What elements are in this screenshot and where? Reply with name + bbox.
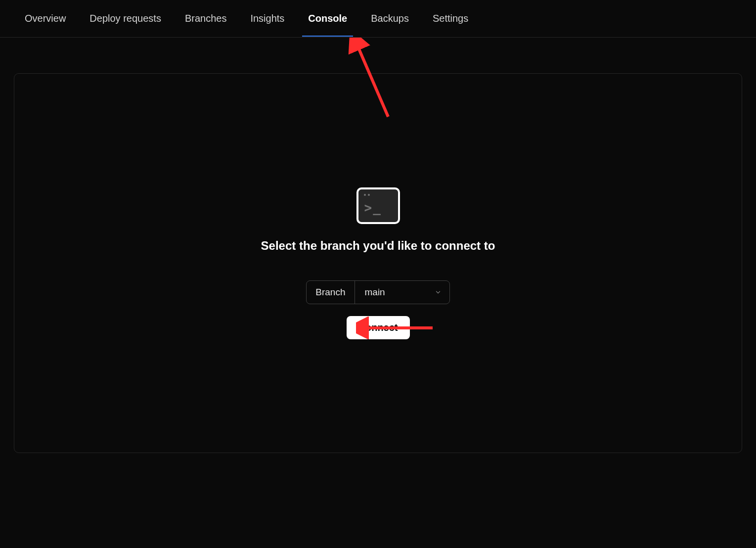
branch-dropdown[interactable]: main (355, 281, 449, 304)
nav-tabs: Overview Deploy requests Branches Insigh… (0, 0, 756, 38)
branch-value: main (365, 287, 385, 298)
console-heading: Select the branch you'd like to connect … (261, 239, 495, 253)
tab-backups[interactable]: Backups (371, 1, 409, 36)
console-panel: >_ Select the branch you'd like to conne… (14, 73, 742, 453)
tab-console[interactable]: Console (308, 1, 347, 36)
connect-button[interactable]: Connect (347, 316, 410, 339)
terminal-icon: >_ (356, 187, 400, 224)
tab-insights[interactable]: Insights (250, 1, 284, 36)
chevron-down-icon (435, 289, 442, 296)
tab-deploy-requests[interactable]: Deploy requests (89, 1, 161, 36)
branch-selector: Branch main (306, 280, 449, 304)
tab-overview[interactable]: Overview (25, 1, 66, 36)
tab-branches[interactable]: Branches (185, 1, 227, 36)
branch-label: Branch (307, 281, 355, 304)
tab-settings[interactable]: Settings (433, 1, 468, 36)
